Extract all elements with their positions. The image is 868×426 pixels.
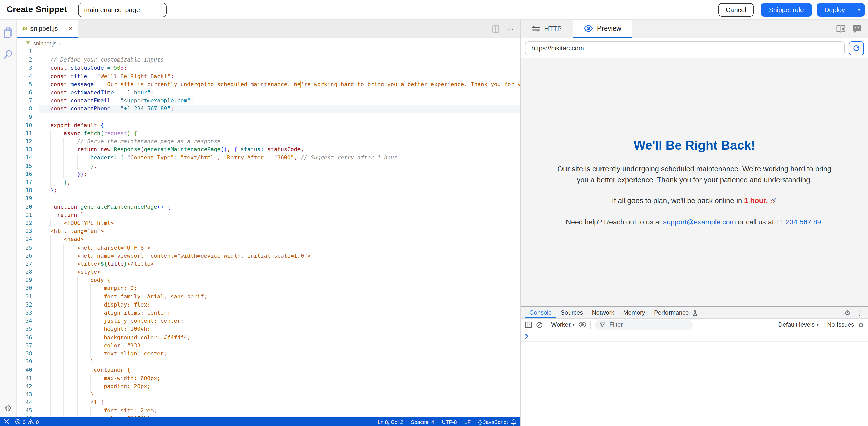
encoding[interactable]: UTF-8 <box>442 419 457 425</box>
preview-url-input[interactable] <box>525 41 845 55</box>
discord-icon[interactable] <box>852 24 862 33</box>
code-line[interactable]: 42padding: 20px; <box>17 382 520 391</box>
code-line[interactable]: 3const statusCode = 503; <box>17 64 520 72</box>
code-line[interactable]: 39} <box>17 358 520 366</box>
split-editor-icon[interactable] <box>492 25 500 33</box>
live-expression-eye-icon[interactable] <box>579 322 587 328</box>
code-line[interactable]: 11async fetch(request) { <box>17 130 520 138</box>
devtools-tab-network[interactable]: Network <box>587 307 619 318</box>
code-line[interactable]: 44h1 { <box>17 399 520 407</box>
code-line[interactable]: 5const message = "Our site is currently … <box>17 81 520 89</box>
line-number: 30 <box>17 285 39 293</box>
code-line[interactable]: 26<meta name="viewport" content="width=d… <box>17 252 520 260</box>
code-line[interactable]: 35height: 100vh; <box>17 325 520 334</box>
console-context-dropdown[interactable]: Worker▾ <box>551 321 575 328</box>
code-line[interactable]: 37color: #333; <box>17 342 520 350</box>
issues-counter[interactable]: No Issues <box>827 321 854 328</box>
console-settings-gear-icon[interactable]: ⚙ <box>858 321 864 328</box>
code-line[interactable]: 23<html lang="en"> <box>17 227 520 235</box>
code-line[interactable]: 36background-color: #f4f4f4; <box>17 334 520 342</box>
code-line[interactable]: 13return new Response(generateMaintenanc… <box>17 146 520 154</box>
reload-button[interactable] <box>849 41 864 55</box>
tab-snippet-js[interactable]: JS snippet.js × <box>17 20 78 38</box>
snippet-name-input[interactable] <box>78 2 167 17</box>
maintenance-heading: We'll Be Right Back! <box>553 138 836 153</box>
code-line[interactable]: 40.container { <box>17 366 520 374</box>
more-actions-icon[interactable]: ··· <box>506 25 514 33</box>
devtools-tab-memory[interactable]: Memory <box>619 307 650 318</box>
code-line[interactable]: 34justify-content: center; <box>17 317 520 325</box>
snippet-rule-button[interactable]: Snippet rule <box>761 3 812 17</box>
code-line[interactable]: 15}, <box>17 162 520 170</box>
code-line[interactable]: 27<title>${title}</title> <box>17 260 520 268</box>
code-line[interactable]: 2// Define your customizable inputs <box>17 56 520 64</box>
close-tab-icon[interactable]: × <box>69 25 72 32</box>
code-line[interactable]: 4const title = "We'll Be Right Back!"; <box>17 72 520 80</box>
code-editor[interactable]: 12// Define your customizable inputs3con… <box>17 48 520 418</box>
problems-indicator[interactable]: 0 0 <box>15 419 38 425</box>
breadcrumb[interactable]: JS snippet.js › … <box>17 38 520 48</box>
console-prompt-row[interactable] <box>521 331 868 342</box>
line-number: 45 <box>17 407 39 415</box>
code-line[interactable]: 7const contactEmail = "support@example.c… <box>17 97 520 105</box>
code-line[interactable]: 46color: #0056b3; <box>17 415 520 418</box>
support-email-link[interactable]: support@example.com <box>663 218 736 226</box>
deploy-dropdown-caret-icon[interactable]: ▼ <box>853 3 865 17</box>
code-line[interactable]: 21 return ` <box>17 211 520 219</box>
code-line[interactable]: 8const contactPhone = "+1 234 567 89"; <box>17 105 520 113</box>
code-line[interactable]: 16}); <box>17 170 520 178</box>
code-line[interactable]: 12// Serve the maintenance page as a res… <box>17 138 520 146</box>
code-line[interactable]: 45font-size: 2rem; <box>17 407 520 415</box>
code-line[interactable]: 17}, <box>17 178 520 187</box>
deploy-button[interactable]: Deploy <box>816 3 853 17</box>
tab-preview[interactable]: Preview <box>573 20 632 38</box>
code-line[interactable]: 30margin: 0; <box>17 285 520 293</box>
text-cursor <box>54 106 54 113</box>
files-icon[interactable] <box>2 27 13 39</box>
phone-link[interactable]: +1 234 567 89 <box>776 218 821 226</box>
code-line[interactable]: 19 <box>17 195 520 203</box>
language-mode[interactable]: {} JavaScript <box>478 419 508 425</box>
settings-gear-icon[interactable]: ⚙ <box>4 404 12 413</box>
code-line[interactable]: 6const estimatedTime = "1 hour"; <box>17 89 520 97</box>
code-line[interactable]: 9 <box>17 113 520 121</box>
code-line[interactable]: 43} <box>17 391 520 399</box>
docs-book-icon[interactable] <box>836 24 846 33</box>
code-line[interactable]: 20function generateMaintenancePage() { <box>17 203 520 211</box>
console-output[interactable] <box>521 331 868 426</box>
console-sidebar-toggle-icon[interactable] <box>525 321 532 328</box>
code-line[interactable]: 33align-items: center; <box>17 309 520 317</box>
code-line[interactable]: 29body { <box>17 277 520 285</box>
code-line[interactable]: 24<head> <box>17 236 520 244</box>
code-line[interactable]: 22<!DOCTYPE html> <box>17 219 520 227</box>
console-toolbar: Worker▾ <box>521 319 868 331</box>
code-line[interactable]: 38text-align: center; <box>17 350 520 358</box>
devtools-kebab-menu-icon[interactable]: ⋮ <box>857 309 863 316</box>
devtools-tab-sources[interactable]: Sources <box>556 307 587 318</box>
search-icon[interactable] <box>2 49 13 60</box>
eol-sequence[interactable]: LF <box>464 419 471 425</box>
devtools-tab-performance[interactable]: Performance <box>650 307 693 318</box>
log-levels-dropdown[interactable]: Default levels▾ <box>778 321 818 328</box>
code-line[interactable]: 32display: flex; <box>17 301 520 309</box>
cancel-button[interactable]: Cancel <box>718 3 754 17</box>
code-line[interactable]: 10export default { <box>17 121 520 129</box>
clear-console-icon[interactable] <box>536 321 542 328</box>
tab-http[interactable]: HTTP <box>521 20 573 38</box>
devtools-settings-gear-icon[interactable]: ⚙ <box>844 309 850 316</box>
preview-url-row <box>521 38 868 58</box>
line-number: 46 <box>17 415 39 418</box>
notifications-bell-icon[interactable] <box>511 419 516 425</box>
remote-indicator-icon[interactable] <box>4 419 9 425</box>
code-line[interactable]: 28<style> <box>17 268 520 276</box>
code-line[interactable]: 14headers: { "Content-Type": "text/html"… <box>17 154 520 162</box>
code-line[interactable]: 25<meta charset="UTF-8"> <box>17 244 520 252</box>
indentation[interactable]: Spaces: 4 <box>411 419 434 425</box>
cursor-position[interactable]: Ln 8, Col 2 <box>378 419 403 425</box>
devtools-tab-console[interactable]: Console <box>525 307 556 318</box>
code-line[interactable]: 31font-family: Arial, sans-serif; <box>17 293 520 301</box>
code-line[interactable]: 41max-width: 600px; <box>17 374 520 382</box>
filter-input[interactable] <box>608 321 688 329</box>
code-line[interactable]: 1 <box>17 48 520 56</box>
code-line[interactable]: 18}; <box>17 187 520 195</box>
